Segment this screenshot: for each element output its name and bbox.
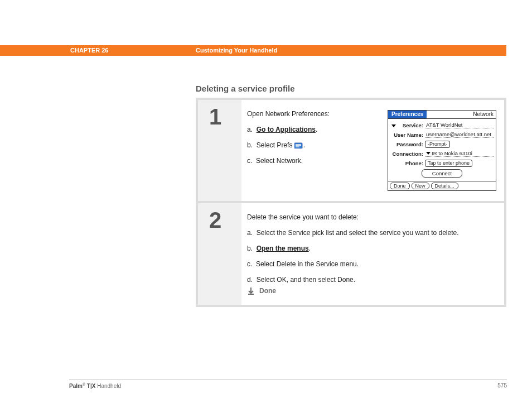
palm-details-button[interactable]: Details...	[431, 183, 458, 189]
substep-d: d. Select OK, and then select Done.	[247, 276, 496, 284]
palm-service-value[interactable]: AT&T WorldNet	[425, 122, 494, 128]
palm-phone-value[interactable]: Tap to enter phone	[425, 160, 472, 167]
substep-c: c. Select Network.	[247, 157, 382, 165]
step-2: 2 Delete the service you want to delete:…	[198, 203, 504, 305]
palm-phone-label: Phone:	[390, 160, 425, 166]
palm-titlebar: Preferences Network	[388, 111, 496, 119]
substep-c: c. Select Delete in the Service menu.	[247, 260, 496, 268]
step-text: Delete the service you want to delete: a…	[247, 213, 496, 295]
substep-prefix: b.	[247, 141, 253, 149]
substep-suffix: .	[316, 126, 317, 133]
svg-rect-3	[296, 146, 299, 147]
step-number: 1	[209, 106, 241, 128]
substep-text: Select Prefs	[257, 141, 294, 149]
palm-body: Service: AT&T WorldNet User Name: userna…	[388, 119, 496, 181]
done-label: Done	[259, 287, 276, 295]
palm-footer: Done New Details...	[388, 181, 496, 190]
step-intro: Open Network Preferences:	[247, 110, 382, 118]
svg-rect-1	[296, 144, 301, 145]
palm-new-button[interactable]: New	[412, 183, 429, 189]
palm-password-value[interactable]: -Prompt-	[425, 141, 450, 148]
step-body: Open Network Preferences: a. Go to Appli…	[241, 100, 504, 201]
substep-text: Select Network.	[256, 157, 303, 165]
substep-text: Select Delete in the Service menu.	[256, 260, 359, 268]
palm-service-label: Service:	[390, 122, 425, 128]
substep-a: a. Go to Applications.	[247, 126, 382, 133]
substep-prefix: d.	[247, 276, 253, 284]
palm-username-label: User Name:	[390, 132, 425, 138]
substep-prefix: c.	[247, 260, 252, 268]
page-number: 575	[497, 382, 507, 389]
step-number: 2	[209, 209, 241, 231]
substep-prefix: a.	[247, 126, 253, 133]
substep-text: Select OK, and then select Done.	[257, 276, 355, 284]
palm-connect-row: Connect	[390, 169, 494, 178]
palm-title-left: Preferences	[388, 111, 427, 118]
palm-connection-value[interactable]: IR to Nokia 6310i	[425, 150, 494, 157]
step-1: 1 Open Network Preferences: a. Go to App…	[198, 100, 504, 201]
step-number-col: 2	[198, 203, 241, 305]
palm-screenshot: Preferences Network Service: AT&T WorldN…	[388, 110, 496, 191]
substep-b: b. Open the menus.	[247, 245, 496, 252]
steps-container: 1 Open Network Preferences: a. Go to App…	[196, 98, 506, 307]
prefs-icon	[294, 142, 303, 148]
substep-b: b. Select Prefs .	[247, 141, 382, 149]
down-arrow-icon	[247, 287, 255, 295]
done-indicator: Done	[247, 287, 496, 295]
palm-title-right: Network	[427, 111, 496, 118]
step-intro: Delete the service you want to delete:	[247, 213, 496, 221]
dropdown-icon	[426, 152, 431, 155]
step-body: Delete the service you want to delete: a…	[241, 203, 504, 305]
substep-prefix: a.	[247, 229, 253, 237]
palm-connect-button[interactable]: Connect	[422, 169, 462, 178]
step-number-col: 1	[198, 100, 241, 201]
product-name: Palm® T|X Handheld	[69, 382, 121, 389]
go-to-applications-link[interactable]: Go to Applications	[257, 126, 316, 133]
palm-username-value[interactable]: username@worldnet.att.net	[425, 131, 494, 138]
substep-suffix: .	[309, 245, 311, 252]
chapter-label: CHAPTER 26	[70, 47, 108, 54]
open-the-menus-link[interactable]: Open the menus	[257, 245, 309, 252]
substep-a: a. Select the Service pick list and sele…	[247, 229, 496, 237]
chapter-title: Customizing Your Handheld	[196, 47, 277, 54]
chapter-header-bar: CHAPTER 26 Customizing Your Handheld	[0, 45, 506, 56]
section-heading: Deleting a service profile	[196, 84, 295, 93]
palm-password-label: Password:	[390, 141, 425, 147]
page-footer: Palm® T|X Handheld 575	[69, 380, 507, 389]
svg-rect-2	[296, 145, 301, 146]
step-text: Open Network Preferences: a. Go to Appli…	[247, 110, 382, 191]
substep-prefix: b.	[247, 245, 253, 252]
substep-prefix: c.	[247, 157, 252, 165]
palm-done-button[interactable]: Done	[390, 183, 410, 189]
palm-connection-label: Connection:	[390, 151, 425, 157]
substep-text: Select the Service pick list and select …	[257, 229, 459, 237]
substep-suffix: .	[303, 141, 305, 149]
